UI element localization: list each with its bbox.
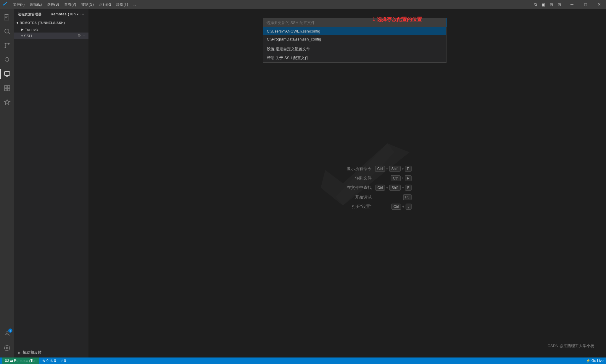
shortcut-keys-file: Ctrl + P (391, 175, 412, 181)
title-bar-controls: ⧉ ▣ ⊟ ⊡ (532, 2, 565, 7)
svg-rect-12 (7, 85, 10, 88)
activity-source-control[interactable] (0, 38, 14, 53)
layout-icon-1[interactable]: ⧉ (532, 2, 539, 7)
key-shift-2: Shift (389, 185, 401, 190)
layout-icon-4[interactable]: ⊡ (556, 2, 563, 7)
shortcut-row-file: 转到文件 Ctrl + P (336, 175, 412, 181)
extensions-icon (4, 85, 11, 92)
status-remote[interactable]: ⇄ Remotes (Tun (2, 357, 39, 364)
svg-point-15 (6, 332, 8, 334)
svg-rect-13 (4, 88, 7, 91)
status-source-control[interactable]: ⑂ 0 (59, 357, 67, 364)
status-errors[interactable]: ⊗ 0 ⚠ 0 (41, 357, 57, 364)
dropdown-item-1[interactable]: C:\Users\YANGWEI\.ssh\config (263, 27, 446, 35)
dropdown-item-3[interactable]: 设置 指定自定义配置文件 (263, 45, 446, 54)
activity-explorer[interactable] (0, 10, 14, 24)
shortcut-row-debug: 开始调试 F5 (336, 194, 412, 200)
go-live-button[interactable]: ⚡ Go Live (584, 357, 606, 364)
content-area: 显示所有命令 Ctrl + Shift + P 转到文件 Ctrl + P 在文 (89, 9, 606, 357)
key-f: F (405, 185, 411, 190)
dropdown-item-2[interactable]: C:\ProgramData\ssh\ssh_config (263, 35, 446, 43)
explorer-icon (4, 14, 11, 21)
activity-debug[interactable] (0, 53, 14, 67)
section-title-label: REMOTES (TUNNELS/SSH) (20, 21, 65, 25)
sidebar-dropdown-arrow[interactable]: ▾ (77, 13, 79, 16)
activity-extensions[interactable] (0, 81, 14, 95)
chevron-right-icon: ▶ (21, 28, 24, 31)
dropdown-container: C:\Users\YANGWEI\.ssh\config C:\ProgramD… (263, 18, 447, 63)
svg-rect-2 (5, 16, 7, 16)
shortcut-label-commands: 显示所有命令 (336, 166, 372, 171)
minimize-button[interactable]: ─ (565, 0, 579, 9)
remote-status-icon (5, 359, 9, 363)
csdn-text: CSDN @江西理工大学小杨 (547, 344, 594, 348)
warning-count: 0 (54, 359, 56, 363)
sidebar-more-icon[interactable]: ··· (80, 11, 85, 17)
activity-account[interactable]: 2 (0, 327, 14, 341)
sidebar-section-remotes[interactable]: ▾ REMOTES (TUNNELS/SSH) (14, 20, 88, 26)
help-feedback-label: 帮助和反馈 (22, 350, 42, 355)
menu-run[interactable]: 运行(R) (97, 1, 114, 8)
menu-goto[interactable]: 转到(G) (79, 1, 96, 8)
ssh-settings-icon[interactable]: ⚙ (78, 33, 81, 38)
help-feedback[interactable]: ▶ 帮助和反馈 (18, 350, 85, 355)
ssh-label: SSH (24, 34, 32, 38)
error-count: 0 (46, 359, 49, 363)
activity-search[interactable] (0, 24, 14, 38)
main-layout: 2 远程资源管理器 Remotes (Tun ▾ ··· ▾ REMOTES (… (0, 9, 606, 357)
source-control-count: 0 (64, 359, 66, 363)
dropdown-item-1-text: C:\Users\YANGWEI\.ssh\config (267, 29, 320, 33)
plus-5: + (402, 185, 404, 190)
menu-terminal[interactable]: 终端(T) (114, 1, 130, 8)
title-bar-left: 文件(F) 编辑(E) 选择(S) 查看(V) 转到(G) 运行(R) 终端(T… (2, 1, 139, 8)
shortcut-keys-commands: Ctrl + Shift + P (375, 166, 412, 172)
plus-1: + (386, 166, 388, 171)
sidebar-header: 远程资源管理器 Remotes (Tun ▾ ··· (14, 9, 88, 20)
dropdown-item-2-text: C:\ProgramData\ssh\ssh_config (267, 37, 321, 41)
sidebar-dropdown[interactable]: Remotes (Tun (51, 12, 76, 16)
annotation-text: 1 选择存放配置的位置 (373, 16, 422, 23)
layout-icon-2[interactable]: ▣ (540, 2, 547, 7)
debug-icon (4, 56, 11, 63)
menu-more[interactable]: ... (131, 1, 139, 8)
menu-file[interactable]: 文件(F) (11, 1, 27, 8)
svg-rect-11 (4, 85, 7, 88)
key-comma: , (406, 203, 412, 209)
tunnels-label: Tunnels (25, 27, 38, 32)
menu-edit[interactable]: 编辑(E) (28, 1, 44, 8)
dropdown-divider-1 (263, 44, 446, 44)
shortcut-row-settings: 打开"设置" Ctrl + , (336, 203, 412, 209)
welcome-shortcuts: 显示所有命令 Ctrl + Shift + P 转到文件 Ctrl + P 在文 (336, 166, 412, 209)
status-bar: ⇄ Remotes (Tun ⊗ 0 ⚠ 0 ⑂ 0 ⚡ Go Live (0, 357, 606, 364)
settings-icon (4, 345, 10, 351)
dropdown-item-4[interactable]: 帮助 关于 SSH 配置文件 (263, 54, 446, 62)
maximize-button[interactable]: □ (579, 0, 592, 9)
activity-bar: 2 (0, 9, 14, 357)
sidebar-item-tunnels[interactable]: ▶ Tunnels (14, 26, 88, 33)
shortcut-label-file: 转到文件 (336, 175, 372, 181)
shortcut-row-commands: 显示所有命令 Ctrl + Shift + P (336, 166, 412, 172)
title-bar: 文件(F) 编辑(E) 选择(S) 查看(V) 转到(G) 运行(R) 终端(T… (0, 0, 606, 9)
menu-view[interactable]: 查看(V) (62, 1, 78, 8)
plus-2: + (402, 166, 404, 171)
activity-bar-bottom: 2 (0, 327, 14, 357)
go-live-icon: ⚡ (586, 359, 590, 363)
svg-line-6 (9, 33, 10, 34)
svg-point-7 (5, 43, 6, 45)
sidebar-item-ssh[interactable]: ▾ SSH ⚙ ＋ (14, 33, 88, 39)
plus-4: + (386, 185, 388, 190)
close-button[interactable]: ✕ (592, 0, 606, 9)
activity-remote-explorer[interactable] (0, 67, 14, 81)
layout-icon-3[interactable]: ⊟ (548, 2, 555, 7)
sidebar-header-right: Remotes (Tun ▾ ··· (51, 11, 85, 17)
menu-select[interactable]: 选择(S) (45, 1, 61, 8)
sidebar: 远程资源管理器 Remotes (Tun ▾ ··· ▾ REMOTES (TU… (14, 9, 89, 357)
ssh-add-icon[interactable]: ＋ (82, 33, 86, 38)
key-ctrl-4: Ctrl (391, 203, 401, 209)
activity-ai[interactable] (0, 95, 14, 109)
activity-settings[interactable] (0, 341, 14, 355)
dropdown-list: C:\Users\YANGWEI\.ssh\config C:\ProgramD… (263, 27, 447, 63)
account-badge: 2 (8, 329, 12, 333)
chevron-down-icon-ssh: ▾ (21, 34, 23, 38)
key-ctrl-1: Ctrl (375, 166, 385, 172)
